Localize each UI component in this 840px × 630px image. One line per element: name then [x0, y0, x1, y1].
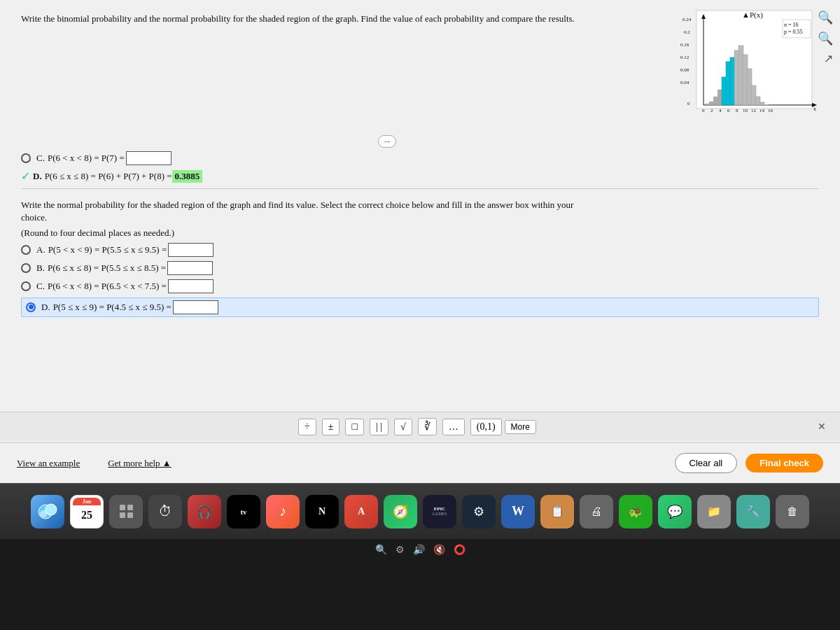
dock-epic[interactable]: EPIC GAMES: [423, 495, 456, 528]
search-icon[interactable]: 🔍: [818, 10, 833, 25]
svg-text:0.2: 0.2: [684, 29, 690, 35]
svg-rect-25: [709, 102, 714, 105]
choice-c-label: C.: [36, 153, 45, 164]
toolbar-row: ÷ ± □ | | √ ∛ … (0,1) More ✕: [0, 412, 840, 441]
normal-choice-d-radio[interactable]: [26, 302, 36, 312]
svg-text:0.12: 0.12: [680, 55, 690, 60]
choice-d-label: D.: [33, 171, 42, 182]
normal-choice-a-text: P(5 < x < 9) = P(5.5 ≤ x ≤ 9.5) =: [48, 244, 167, 255]
dock-podcasts[interactable]: 🎧: [188, 495, 221, 528]
dock-app18[interactable]: 📁: [697, 495, 731, 528]
clear-all-button[interactable]: Clear all: [675, 453, 738, 473]
view-example-link[interactable]: View an example: [17, 458, 80, 469]
dock-app3[interactable]: [109, 495, 143, 528]
taskbar-search-icon[interactable]: 🔍: [375, 544, 387, 556]
plusminus-btn[interactable]: ±: [322, 419, 340, 435]
taskbar-mute-icon[interactable]: 🔇: [433, 544, 445, 556]
normal-choice-c-label: C.: [36, 281, 45, 292]
normal-choice-a-row: A. P(5 < x < 9) = P(5.5 ≤ x ≤ 9.5) =: [21, 243, 819, 257]
svg-point-43: [40, 510, 47, 517]
choice-c-radio[interactable]: [21, 153, 31, 163]
question-text: Write the binomial probability and the n…: [21, 13, 581, 25]
taskbar-sound-icon[interactable]: 🔊: [413, 544, 425, 556]
dock-app16[interactable]: 🐢: [619, 495, 652, 528]
choice-d-text: P(6 ≤ x ≤ 8) = P(6) + P(7) + P(8) =: [45, 171, 172, 182]
toolbar-close-icon[interactable]: ✕: [818, 421, 826, 433]
section-divider: [21, 188, 819, 189]
normal-choice-b-row: B. P(6 ≤ x ≤ 8) = P(5.5 ≤ x ≤ 8.5) =: [21, 261, 819, 275]
normal-choice-a-input[interactable]: [168, 243, 214, 257]
choice-c-row: C. P(6 < x < 8) = P(7) =: [21, 151, 819, 165]
normal-choice-a-label: A.: [36, 244, 46, 255]
dock-app15[interactable]: 🖨: [580, 495, 613, 528]
normal-choice-b-input[interactable]: [167, 261, 213, 275]
dock-news[interactable]: N: [305, 495, 339, 528]
svg-text:▲P(x): ▲P(x): [742, 10, 763, 20]
svg-text:0.16: 0.16: [680, 42, 690, 48]
normal-choice-c-input[interactable]: [168, 279, 214, 293]
dock-app20[interactable]: 🗑: [776, 495, 809, 528]
svg-text:n = 16: n = 16: [784, 22, 799, 28]
abs-btn[interactable]: | |: [370, 419, 388, 435]
dock-safari[interactable]: 🧭: [384, 495, 417, 528]
normal-choice-d-input[interactable]: [173, 300, 218, 314]
toolbar-symbols: ÷ ± □ | | √ ∛ … (0,1) More: [14, 418, 818, 435]
probability-graph: ▲P(x) n = 16 p = 0.55 0.24 0.2 0.16 0.12…: [679, 7, 819, 130]
normal-choice-d-row: D. P(5 ≤ x ≤ 9) = P(4.5 ≤ x ≤ 9.5) =: [21, 298, 819, 317]
normal-choice-b-radio[interactable]: [21, 263, 31, 273]
svg-text:12: 12: [751, 108, 757, 113]
svg-text:0.08: 0.08: [680, 67, 690, 73]
dock-word[interactable]: W: [501, 495, 535, 528]
dock-tv[interactable]: tv: [227, 495, 260, 528]
bottom-bar: View an example Get more help ▲ Clear al…: [0, 442, 840, 483]
binomial-choices: C. P(6 < x < 8) = P(7) = ✓ D. P(6 ≤ x ≤ …: [21, 151, 819, 183]
help-icon[interactable]: 🔍: [818, 31, 833, 46]
graph-container: ▲P(x) n = 16 p = 0.55 0.24 0.2 0.16 0.12…: [679, 7, 819, 130]
svg-rect-37: [760, 102, 764, 105]
final-check-button[interactable]: Final check: [746, 454, 823, 472]
ellipsis-sym-btn[interactable]: …: [442, 419, 465, 435]
normal-choice-c-row: C. P(6 < x < 8) = P(6.5 < x < 7.5) =: [21, 279, 819, 293]
svg-text:6: 6: [727, 108, 730, 113]
tuple-btn[interactable]: (0,1): [470, 419, 502, 435]
svg-text:4: 4: [719, 108, 722, 113]
more-button[interactable]: More: [505, 420, 536, 434]
taskbar-circle-icon[interactable]: ⭕: [454, 544, 465, 556]
dock-music[interactable]: ♪: [266, 495, 300, 528]
dock-app19[interactable]: 🔧: [736, 495, 770, 528]
mac-dock: Jan 25 ⏱ 🎧 tv ♪ N A 🧭 EPIC GAMES: [0, 483, 840, 539]
normal-prob-title: Write the normal probability for the sha…: [21, 199, 595, 224]
dock-app4[interactable]: ⏱: [148, 495, 182, 528]
svg-text:p = 0.55: p = 0.55: [784, 29, 803, 35]
svg-rect-38: [764, 104, 769, 105]
cbrt-btn[interactable]: ∛: [418, 418, 437, 435]
link-icon[interactable]: ↗: [824, 52, 833, 65]
svg-text:16: 16: [768, 108, 774, 113]
svg-text:8: 8: [736, 108, 738, 113]
normal-choice-b-label: B.: [36, 262, 45, 274]
choice-c-input[interactable]: [126, 151, 172, 165]
svg-rect-24: [705, 104, 710, 105]
svg-text:14: 14: [760, 108, 765, 113]
sqrt-btn[interactable]: √: [394, 419, 412, 435]
round-note: (Round to four decimal places as needed.…: [21, 227, 819, 239]
svg-text:x: x: [813, 106, 816, 112]
dock-app-a[interactable]: A: [344, 495, 378, 528]
normal-choice-d-text: P(5 ≤ x ≤ 9) = P(4.5 ≤ x ≤ 9.5) =: [53, 302, 172, 313]
ellipsis-button[interactable]: ···: [378, 135, 396, 148]
divide-btn[interactable]: ÷: [298, 419, 316, 435]
normal-choice-a-radio[interactable]: [21, 245, 31, 255]
dock-finder[interactable]: [31, 495, 64, 528]
dock-steam[interactable]: ⚙: [462, 495, 496, 528]
normal-prob-section: Write the normal probability for the sha…: [21, 199, 819, 316]
square-btn[interactable]: □: [345, 419, 363, 435]
normal-choice-c-radio[interactable]: [21, 281, 31, 291]
get-help-link[interactable]: Get more help ▲: [108, 458, 171, 469]
checkmark-icon: ✓: [21, 169, 30, 183]
dock-calendar[interactable]: Jan 25: [70, 495, 104, 528]
dock-messages[interactable]: 💬: [658, 495, 692, 528]
svg-text:0: 0: [702, 108, 705, 113]
svg-point-42: [46, 504, 57, 515]
dock-app14[interactable]: 📋: [540, 495, 574, 528]
taskbar-settings-icon[interactable]: ⚙: [396, 544, 405, 556]
